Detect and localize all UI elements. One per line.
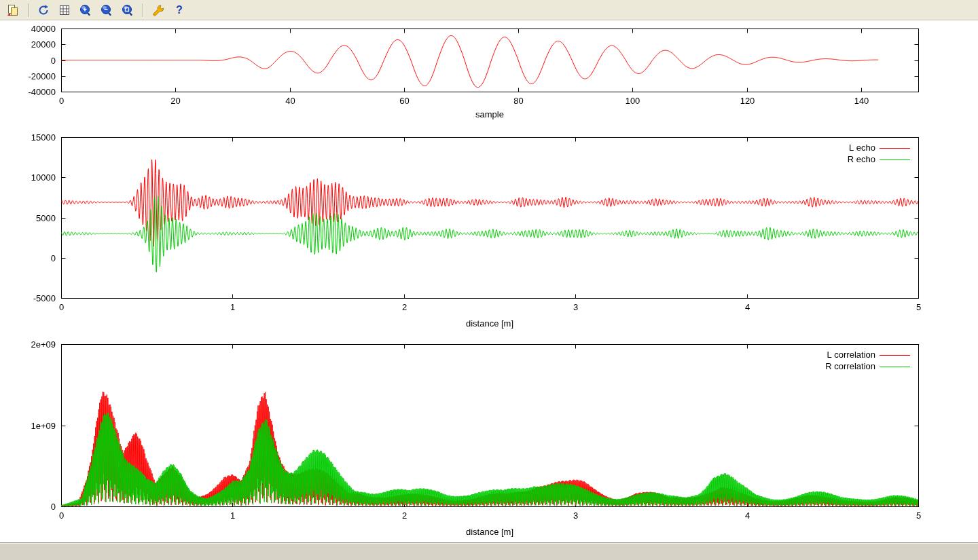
sample-waveform-plot-canvas[interactable] (0, 21, 978, 133)
help-icon: ? (176, 5, 183, 16)
help-button[interactable]: ? (170, 1, 189, 20)
zoom-out-button[interactable] (97, 1, 116, 20)
config-button[interactable] (149, 1, 168, 20)
correlation-plot-canvas[interactable] (0, 336, 978, 542)
zoom-in-button[interactable] (76, 1, 95, 20)
plot-area (0, 21, 978, 542)
toggle-grid-icon (58, 4, 71, 16)
toolbar: ? (0, 0, 978, 20)
toolbar-separator (143, 3, 143, 17)
zoom-out-icon (101, 4, 113, 16)
echo-plot-canvas[interactable] (0, 133, 978, 336)
toolbar-separator (28, 3, 29, 17)
replot-button[interactable] (34, 1, 53, 20)
wrench-icon (152, 4, 164, 16)
toggle-grid-button[interactable] (55, 1, 74, 20)
copy-to-clipboard-button[interactable] (3, 1, 22, 20)
copy-to-clipboard-icon (7, 4, 19, 16)
status-bar (0, 542, 978, 560)
zoom-restore-button[interactable] (118, 1, 137, 20)
zoom-in-icon (79, 4, 92, 16)
replot-icon (37, 4, 50, 16)
zoom-restore-icon (122, 4, 134, 16)
